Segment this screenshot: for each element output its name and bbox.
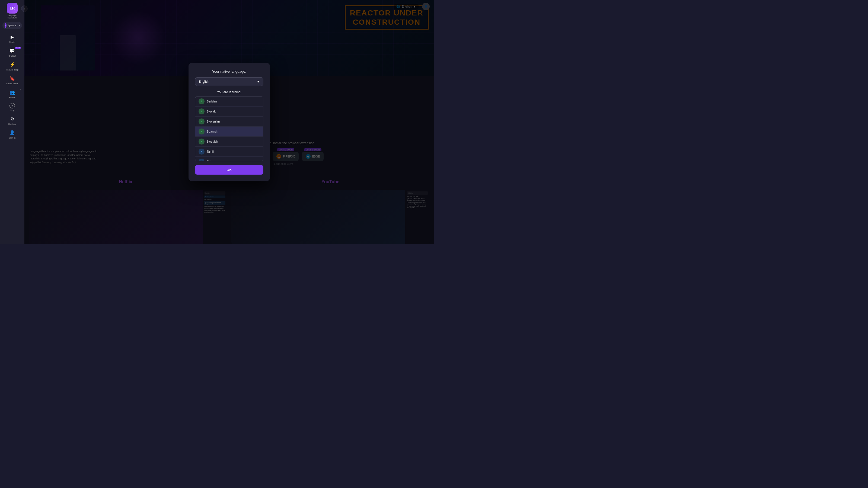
dropdown-arrow-icon: ▾ <box>19 24 20 27</box>
sidebar-navigation: ▶ Media 💬 Chatbot NEW! ⚡ PhrasePump 🔖 Sa… <box>0 32 24 141</box>
language-initial-spanish: S <box>198 129 205 134</box>
saved-items-label: Saved Items <box>6 83 18 85</box>
sidebar-item-settings[interactable]: ⚙ Settings <box>1 114 23 127</box>
language-list-item-swedish[interactable]: SSwedish <box>195 137 263 147</box>
learning-language-title: You are learning: <box>195 90 264 94</box>
language-list-item-spanish[interactable]: SSpanish <box>195 127 263 137</box>
language-initial-serbian: S <box>198 98 205 104</box>
language-selector[interactable]: S Spanish ▾ <box>2 22 22 29</box>
chatbot-badge: NEW! <box>15 46 21 49</box>
sidebar-item-phrasepump[interactable]: ⚡ PhrasePump <box>1 60 23 73</box>
phrasepump-icon: ⚡ <box>9 62 16 68</box>
modal-overlay: Your native language: English ▼ You are … <box>24 0 434 244</box>
saved-items-icon: 🔖 <box>9 75 16 82</box>
language-name-telugu: Telugu <box>207 160 215 161</box>
language-list-item-tamil[interactable]: TTamil <box>195 147 263 157</box>
settings-label: Settings <box>8 123 16 125</box>
native-dropdown-arrow-icon: ▼ <box>257 80 260 84</box>
language-list-item-slovak[interactable]: SSlovak <box>195 106 263 117</box>
language-list-item-serbian[interactable]: SSerbian <box>195 97 263 106</box>
app-brand: Language REACTOR <box>8 14 17 19</box>
sidebar-item-sign-in[interactable]: 👤 Sign in <box>1 128 23 141</box>
language-initial-swedish: S <box>198 138 205 144</box>
external-link-icon: ↗ <box>20 88 22 91</box>
app-logo: LR <box>7 3 18 13</box>
sidebar-item-help[interactable]: ? Help <box>1 101 23 113</box>
language-list-item-telugu[interactable]: TTelugu <box>195 157 263 161</box>
language-initial-telugu: T <box>198 159 205 161</box>
sidebar-item-chatbot[interactable]: 💬 Chatbot NEW! <box>1 46 23 59</box>
language-initial-slovak: S <box>198 108 205 115</box>
media-icon: ▶ <box>9 34 16 40</box>
forum-icon: 👥 <box>9 89 16 96</box>
sidebar-item-media[interactable]: ▶ Media <box>1 32 23 45</box>
language-name-tamil: Tamil <box>207 150 214 153</box>
language-name-slovak: Slovak <box>207 110 216 113</box>
sidebar: LR Language REACTOR ‹ S Spanish ▾ ▶ Medi… <box>0 0 24 244</box>
help-icon: ? <box>9 103 15 108</box>
native-language-value: English <box>198 80 209 84</box>
chatbot-icon: 💬 <box>9 48 16 54</box>
language-settings-modal: Your native language: English ▼ You are … <box>188 63 270 181</box>
media-label: Media <box>9 41 15 43</box>
language-name-spanish: Spanish <box>207 130 218 133</box>
language-avatar: S <box>5 23 6 28</box>
sign-in-label: Sign in <box>9 137 16 139</box>
help-label: Help <box>10 109 14 111</box>
sidebar-item-forum[interactable]: 👥 Forum ↗ <box>1 88 23 100</box>
language-initial-slovenian: S <box>198 119 205 124</box>
settings-icon: ⚙ <box>9 116 16 122</box>
sign-in-icon: 👤 <box>9 130 16 136</box>
native-language-title: Your native language: <box>195 69 264 73</box>
language-name-serbian: Serbian <box>207 100 217 103</box>
language-initial-tamil: T <box>198 149 205 155</box>
forum-label: Forum <box>9 96 15 99</box>
language-list-item-slovenian[interactable]: SSlovenian <box>195 117 263 127</box>
phrasepump-label: PhrasePump <box>6 69 19 71</box>
language-name-slovenian: Slovenian <box>207 120 220 123</box>
language-label: Spanish <box>8 24 18 27</box>
sidebar-item-saved-items[interactable]: 🔖 Saved Items <box>1 74 23 87</box>
learning-language-list: SSerbianSSlovakSSlovenianSSpanishSSwedis… <box>195 96 264 161</box>
native-language-dropdown[interactable]: English ▼ <box>195 77 264 86</box>
chatbot-label: Chatbot <box>8 55 16 57</box>
language-name-swedish: Swedish <box>207 140 218 143</box>
ok-button[interactable]: OK <box>195 165 264 174</box>
